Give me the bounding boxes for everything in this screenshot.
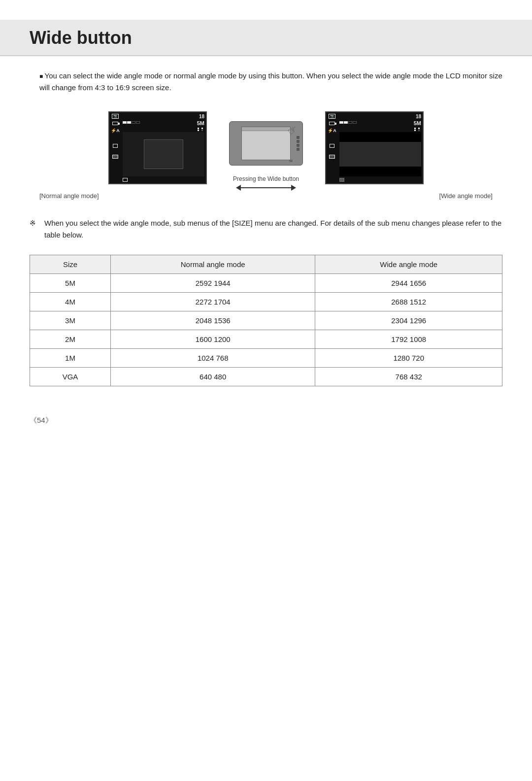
wide-mode-screen: 📷 ⚡A (325, 111, 424, 184)
diagram-section: 📷 ⚡A (30, 111, 502, 200)
dot (418, 128, 420, 129)
page-title: Wide button (0, 20, 532, 56)
lcd-num-5m: 5M (197, 120, 204, 127)
lcd-left-panel-normal: 📷 ⚡A (109, 112, 121, 183)
cam-btn (297, 140, 299, 143)
bar-seg-empty (136, 121, 140, 124)
lcd-wide-black-top (339, 132, 421, 142)
lcd-main-normal: 18 5M (121, 112, 206, 183)
cell-normal: 1600 1200 (110, 330, 315, 349)
cell-wide: 1280 720 (315, 349, 502, 368)
lcd-wide-center (339, 142, 421, 167)
bar-seg (127, 121, 131, 124)
table-row: VGA640 480768 432 (30, 368, 502, 386)
cell-normal: 2592 1944 (110, 274, 315, 293)
diagram-labels-row: [Normal angle mode] [Wide angle mode] (30, 192, 502, 200)
lcd-center-wide (339, 132, 421, 176)
table-row: 1M1024 7681280 720 (30, 349, 502, 368)
cell-wide: 768 432 (315, 368, 502, 386)
cell-wide: 2304 1296 (315, 311, 502, 330)
square-icon-wide (330, 144, 334, 148)
cam-body: ☞ M (229, 121, 303, 166)
cell-normal: 1024 768 (110, 349, 315, 368)
note-section: When you select the wide angle mode, sub… (30, 217, 502, 241)
normal-mode-label: [Normal angle mode] (39, 192, 99, 200)
lcd-left-panel-wide: 📷 ⚡A (326, 112, 338, 183)
dot (414, 128, 416, 129)
dot (198, 130, 199, 131)
lcd-bottom-strip-normal (121, 176, 206, 183)
camera-photo: ☞ M (227, 116, 305, 170)
table-row: 2M1600 12001792 1008 (30, 330, 502, 349)
cell-size: 5M (30, 274, 111, 293)
lcd-number-col-wide: 18 5M (414, 113, 421, 131)
dot (201, 130, 203, 131)
cam-screen-inner (242, 131, 290, 160)
cell-normal: 640 480 (110, 368, 315, 386)
pressing-label: Pressing the Wide button (233, 175, 299, 182)
cam-screen-top (242, 127, 290, 131)
grid-icon (112, 155, 118, 159)
cam-btn (297, 144, 299, 147)
bar-seg-empty (132, 121, 135, 124)
cell-normal: 2272 1704 (110, 293, 315, 311)
cell-size: 1M (30, 349, 111, 368)
dot (116, 157, 118, 158)
lcd-bottom-strip-wide (338, 176, 423, 183)
battery-icon (112, 122, 118, 125)
flash-indicator: ⚡A (111, 128, 120, 133)
cell-size: 3M (30, 311, 111, 330)
col-header-normal: Normal angle mode (110, 255, 315, 274)
dot (201, 128, 203, 129)
lcd-top-row-wide: 18 5M (338, 112, 423, 132)
table-body: 5M2592 19442944 16564M2272 17042688 1512… (30, 274, 502, 386)
wide-mode-wrapper: 📷 ⚡A (325, 111, 424, 184)
arrows-row (236, 187, 296, 188)
note-text: When you select the wide angle mode, sub… (44, 219, 501, 239)
bar-seg (123, 121, 127, 124)
page-number: 《54》 (30, 416, 502, 425)
cam-label-m: M (289, 159, 293, 163)
cam-btn (297, 148, 299, 151)
table-row: 5M2592 19442944 1656 (30, 274, 502, 293)
cell-size: 2M (30, 330, 111, 349)
col-header-size: Size (30, 255, 111, 274)
wide-mode-indicator (339, 178, 344, 182)
grid-icon-wide (329, 155, 335, 159)
dot (198, 128, 199, 129)
lcd-wide-black-bottom (339, 167, 421, 176)
table-header-row: Size Normal angle mode Wide angle mode (30, 255, 502, 274)
intro-text: You can select the wide angle mode or no… (30, 70, 502, 94)
lcd-main-wide: 18 5M (338, 112, 423, 183)
normal-mode-wrapper: 📷 ⚡A (108, 111, 207, 184)
middle-section: ☞ M Pressing the Wide button (217, 116, 315, 188)
bottom-icon (123, 178, 128, 182)
lcd-num-18: 18 (197, 113, 204, 120)
size-table: Size Normal angle mode Wide angle mode 5… (30, 255, 502, 386)
bar-indicator (123, 121, 140, 124)
lcd-center-normal (123, 132, 204, 176)
dots-grid-wide (414, 128, 421, 131)
bar-seg (339, 121, 343, 124)
dot (414, 130, 416, 131)
lcd-top-row: 18 5M (121, 112, 206, 132)
cell-normal: 2048 1536 (110, 311, 315, 330)
bar-seg-empty (348, 121, 352, 124)
dot (333, 157, 334, 158)
square-icon (113, 144, 118, 148)
table-row: 4M2272 17042688 1512 (30, 293, 502, 311)
bar-indicator-wide (339, 121, 357, 124)
cell-size: VGA (30, 368, 111, 386)
bar-seg-empty (353, 121, 357, 124)
cell-wide: 1792 1008 (315, 330, 502, 349)
lcd-num-18-wide: 18 (414, 113, 421, 120)
col-header-wide: Wide angle mode (315, 255, 502, 274)
lcd-number-col: 18 5M (197, 113, 204, 131)
bar-seg (344, 121, 348, 124)
cell-wide: 2944 1656 (315, 274, 502, 293)
cam-icon: 📷 (112, 114, 119, 119)
table-row: 3M2048 15362304 1296 (30, 311, 502, 330)
dots-grid (198, 128, 204, 131)
cam-icon-wide: 📷 (329, 114, 335, 119)
cam-screen (241, 127, 291, 160)
